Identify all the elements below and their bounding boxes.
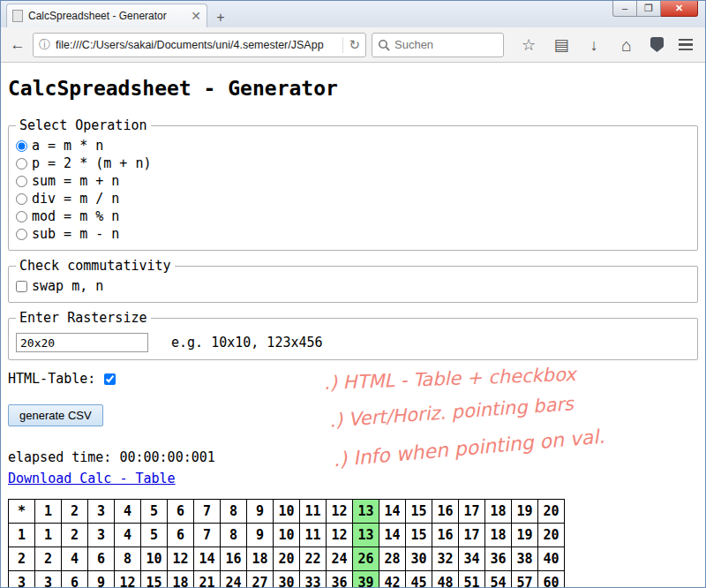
table-cell[interactable]: 38: [512, 547, 538, 571]
operation-option[interactable]: a = m * n: [16, 137, 690, 155]
tab-close-icon[interactable]: ✕: [191, 10, 201, 22]
table-cell[interactable]: 17: [459, 524, 485, 547]
operation-option[interactable]: mod = m % n: [16, 207, 690, 225]
table-cell[interactable]: 10: [274, 524, 300, 547]
download-link[interactable]: Download Calc - Table: [8, 471, 176, 486]
new-tab-button[interactable]: +: [209, 8, 232, 27]
operation-option[interactable]: div = m / n: [16, 190, 690, 207]
table-cell[interactable]: 45: [406, 571, 432, 588]
browser-window: CalcSpreadsheet - Generator ✕ + – ❐ ✕ ← …: [0, 0, 706, 588]
home-icon[interactable]: ⌂: [618, 37, 635, 53]
table-cell[interactable]: 6: [62, 571, 88, 588]
table-cell[interactable]: 8: [115, 547, 141, 571]
operation-option[interactable]: sum = m + n: [16, 172, 690, 190]
html-table-checkbox[interactable]: [104, 373, 116, 385]
table-cell[interactable]: 60: [538, 571, 565, 588]
table-cell[interactable]: 39: [353, 571, 379, 588]
table-cell[interactable]: 36: [327, 571, 353, 588]
table-cell[interactable]: 16: [432, 524, 459, 547]
table-cell[interactable]: 7: [194, 524, 221, 547]
operation-radio[interactable]: [16, 229, 27, 240]
table-cell[interactable]: 3: [88, 524, 115, 547]
table-cell[interactable]: 20: [538, 524, 565, 547]
table-cell[interactable]: 11: [300, 524, 327, 547]
table-cell[interactable]: 9: [247, 524, 274, 547]
table-cell[interactable]: 3: [35, 571, 62, 588]
search-box[interactable]: [372, 33, 504, 57]
table-cell[interactable]: 9: [88, 571, 115, 588]
table-cell[interactable]: 13: [353, 524, 379, 547]
table-cell[interactable]: 57: [512, 571, 538, 588]
html-table-label: HTML-Table:: [8, 371, 95, 387]
table-cell[interactable]: 2: [35, 547, 62, 571]
table-cell[interactable]: 20: [274, 547, 300, 571]
table-cell[interactable]: 12: [327, 524, 353, 547]
maximize-button[interactable]: ❐: [637, 1, 661, 17]
table-cell[interactable]: 48: [432, 571, 459, 588]
operation-option[interactable]: p = 2 * (m + n): [16, 155, 690, 172]
table-cell[interactable]: 30: [406, 547, 432, 571]
table-cell[interactable]: 26: [353, 547, 379, 571]
table-cell[interactable]: 18: [168, 571, 194, 588]
table-cell[interactable]: 27: [247, 571, 274, 588]
table-cell[interactable]: 42: [379, 571, 406, 588]
swap-option[interactable]: swap m, n: [16, 277, 690, 295]
operation-radio[interactable]: [16, 211, 27, 222]
table-cell[interactable]: 18: [485, 524, 512, 547]
table-cell[interactable]: 14: [194, 547, 221, 571]
downloads-icon[interactable]: ↓: [585, 37, 603, 53]
url-bar[interactable]: ⓘ file:///C:/Users/sakai/Documents/uni/4…: [33, 33, 366, 57]
url-text[interactable]: file:///C:/Users/sakai/Documents/uni/4.s…: [56, 39, 337, 51]
table-cell[interactable]: 15: [141, 571, 168, 588]
table-cell[interactable]: 40: [538, 547, 565, 571]
swap-checkbox[interactable]: [16, 281, 27, 292]
table-cell[interactable]: 6: [88, 547, 115, 571]
back-icon[interactable]: ←: [8, 35, 27, 55]
table-cell[interactable]: 51: [459, 571, 485, 588]
table-cell[interactable]: 10: [141, 547, 168, 571]
table-cell[interactable]: 1: [35, 524, 62, 547]
info-icon[interactable]: ⓘ: [39, 37, 50, 53]
table-cell[interactable]: 34: [459, 547, 485, 571]
table-cell[interactable]: 28: [379, 547, 406, 571]
table-cell[interactable]: 8: [221, 524, 247, 547]
table-cell[interactable]: 36: [485, 547, 512, 571]
table-cell[interactable]: 18: [247, 547, 274, 571]
table-cell[interactable]: 21: [194, 571, 221, 588]
table-cell[interactable]: 30: [274, 571, 300, 588]
reload-icon[interactable]: ↻: [342, 37, 360, 53]
table-cell[interactable]: 12: [115, 571, 141, 588]
table-cell[interactable]: 4: [115, 524, 141, 547]
bookmarks-list-icon[interactable]: ▤: [552, 37, 570, 53]
table-cell[interactable]: 6: [168, 524, 194, 547]
table-cell[interactable]: 19: [512, 524, 538, 547]
operation-radio[interactable]: [16, 193, 27, 205]
table-cell[interactable]: 24: [221, 571, 247, 588]
operation-radio[interactable]: [16, 140, 27, 152]
table-cell[interactable]: 15: [406, 524, 432, 547]
table-cell[interactable]: 54: [485, 571, 512, 588]
table-cell[interactable]: 12: [168, 547, 194, 571]
minimize-button[interactable]: –: [612, 1, 637, 17]
browser-tab[interactable]: CalcSpreadsheet - Generator ✕: [6, 4, 207, 27]
table-cell[interactable]: 24: [327, 547, 353, 571]
shield-icon[interactable]: [650, 37, 664, 52]
operation-radio[interactable]: [16, 158, 27, 170]
table-cell[interactable]: 14: [379, 524, 406, 547]
rastersize-input[interactable]: [16, 333, 148, 352]
table-cell[interactable]: 22: [300, 547, 327, 571]
table-cell[interactable]: 33: [300, 571, 327, 588]
table-header-cell: 14: [379, 500, 406, 524]
operation-option[interactable]: sub = m - n: [16, 225, 690, 243]
table-cell[interactable]: 5: [141, 524, 168, 547]
table-cell[interactable]: 2: [62, 524, 88, 547]
table-cell[interactable]: 16: [221, 547, 247, 571]
close-button[interactable]: ✕: [661, 1, 698, 17]
search-input[interactable]: [394, 38, 498, 51]
generate-csv-button[interactable]: generate CSV: [8, 404, 103, 426]
table-cell[interactable]: 4: [62, 547, 88, 571]
bookmark-star-icon[interactable]: ☆: [520, 37, 537, 53]
menu-icon[interactable]: [679, 39, 693, 51]
operation-radio[interactable]: [16, 176, 27, 187]
table-cell[interactable]: 32: [432, 547, 459, 571]
